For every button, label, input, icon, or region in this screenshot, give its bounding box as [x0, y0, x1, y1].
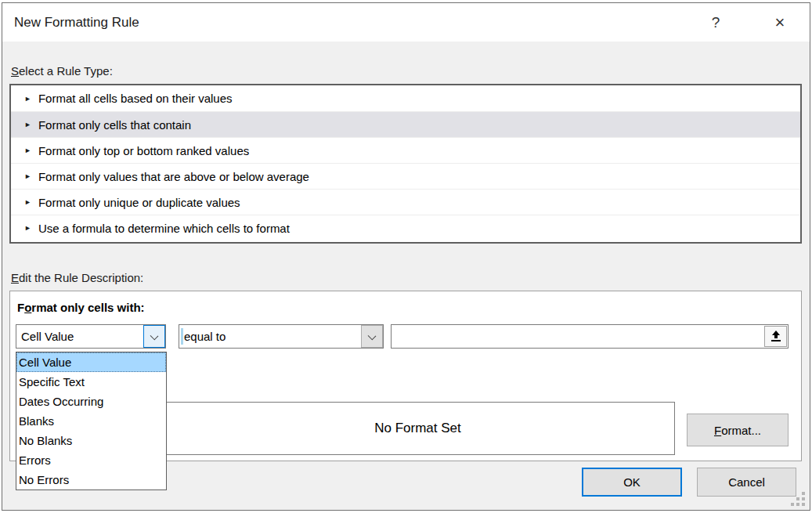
- value-input[interactable]: [392, 325, 763, 348]
- dropdown-item-cell-value[interactable]: Cell Value: [16, 352, 166, 372]
- rule-type-item-formula[interactable]: ►Use a formula to determine which cells …: [11, 215, 800, 240]
- titlebar: New Formatting Rule ? ×: [2, 3, 810, 42]
- rule-type-item-all-cells[interactable]: ►Format all cells based on their values: [11, 85, 800, 111]
- rule-bullet-icon: ►: [24, 121, 31, 128]
- dropdown-item-blanks[interactable]: Blanks: [16, 411, 166, 431]
- rule-type-item-cells-that-contain[interactable]: ►Format only cells that contain: [11, 111, 800, 137]
- close-icon[interactable]: ×: [770, 13, 790, 33]
- rule-bullet-icon: ►: [24, 172, 31, 180]
- rule-bullet-icon: ►: [24, 224, 31, 232]
- rule-type-label: Format only unique or duplicate values: [38, 196, 240, 209]
- dropdown-item-no-blanks[interactable]: No Blanks: [16, 431, 166, 450]
- dropdown-item-errors[interactable]: Errors: [16, 450, 166, 470]
- dropdown-item-dates-occurring[interactable]: Dates Occurring: [16, 392, 166, 411]
- help-icon[interactable]: ?: [706, 13, 726, 33]
- dropdown-item-no-errors[interactable]: No Errors: [16, 470, 166, 490]
- dialog-title: New Formatting Rule: [14, 15, 139, 31]
- rule-type-label: Format all cells based on their values: [38, 92, 233, 105]
- cell-value-combobox[interactable]: Cell Value: [16, 324, 166, 349]
- format-button[interactable]: Format...: [687, 414, 789, 446]
- rule-type-label: Format only cells that contain: [38, 118, 191, 132]
- chevron-down-icon[interactable]: [361, 325, 383, 348]
- cancel-button[interactable]: Cancel: [697, 468, 796, 497]
- text-caret: [181, 328, 183, 345]
- rule-bullet-icon: ►: [24, 146, 31, 154]
- collapse-dialog-button[interactable]: [764, 326, 787, 347]
- resize-grip[interactable]: [802, 503, 805, 506]
- rule-type-label: Use a formula to determine which cells t…: [38, 222, 290, 235]
- format-preview-text: No Format Set: [374, 421, 461, 436]
- rule-type-item-top-bottom[interactable]: ►Format only top or bottom ranked values: [11, 137, 800, 163]
- operator-combobox[interactable]: equal to: [179, 324, 384, 349]
- select-rule-type-label: Select a Rule Type:: [11, 64, 113, 78]
- operator-combobox-value: equal to: [184, 325, 226, 348]
- collapse-dialog-icon: [770, 331, 781, 343]
- rule-type-item-unique-duplicate[interactable]: ►Format only unique or duplicate values: [11, 189, 800, 215]
- format-only-cells-with-label: Format only cells with:: [17, 301, 145, 314]
- cell-value-combobox-value: Cell Value: [21, 325, 74, 348]
- rule-type-listbox: ►Format all cells based on their values …: [9, 84, 802, 244]
- format-preview-box: No Format Set: [161, 402, 675, 455]
- rule-type-item-above-below-average[interactable]: ►Format only values that are above or be…: [11, 163, 800, 189]
- rule-bullet-icon: ►: [24, 95, 31, 103]
- chevron-down-icon[interactable]: [143, 325, 165, 348]
- new-formatting-rule-dialog: New Formatting Rule ? × Select a Rule Ty…: [2, 2, 810, 511]
- cell-value-dropdown-list: Cell Value Specific Text Dates Occurring…: [16, 352, 167, 490]
- rule-type-label: Format only top or bottom ranked values: [38, 144, 249, 157]
- rule-type-label: Format only values that are above or bel…: [38, 170, 309, 183]
- dropdown-item-specific-text[interactable]: Specific Text: [16, 372, 166, 392]
- rule-bullet-icon: ►: [24, 198, 31, 206]
- ok-button[interactable]: OK: [582, 468, 682, 497]
- value-input-wrapper: [391, 324, 789, 349]
- edit-rule-description-label: Edit the Rule Description:: [11, 271, 143, 284]
